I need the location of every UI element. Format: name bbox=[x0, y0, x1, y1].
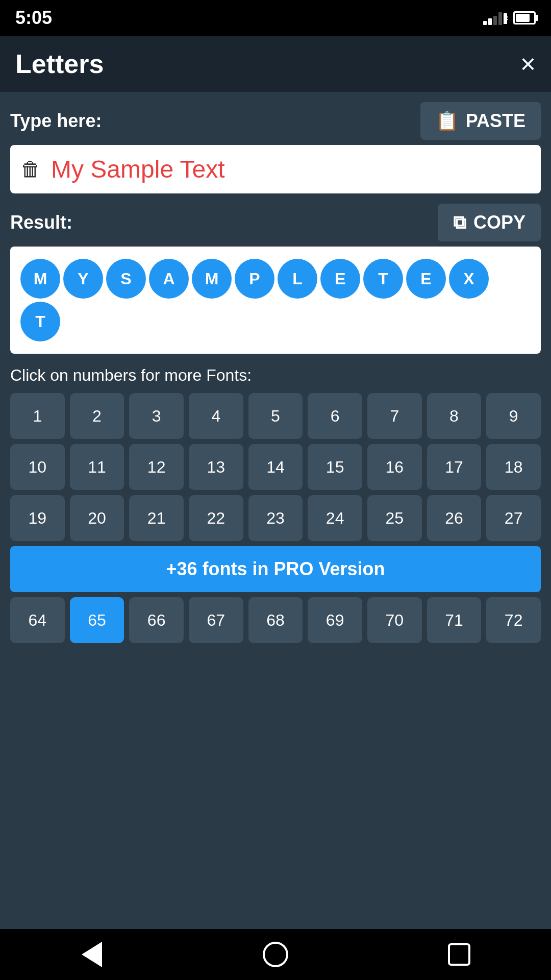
font-number-button[interactable]: 8 bbox=[427, 393, 482, 439]
trash-icon[interactable]: 🗑 bbox=[20, 158, 41, 181]
font-number-button[interactable]: 27 bbox=[486, 495, 541, 541]
type-label: Type here: bbox=[10, 110, 102, 132]
app-title: Letters bbox=[15, 48, 104, 79]
title-bar: Letters × bbox=[0, 36, 551, 92]
letter-bubble: Y bbox=[63, 259, 103, 299]
font-number-button[interactable]: 22 bbox=[189, 495, 243, 541]
letter-bubble: L bbox=[278, 259, 317, 299]
recents-icon bbox=[448, 943, 470, 966]
clipboard-icon: 📋 bbox=[436, 110, 459, 132]
status-bar: 5:05 × bbox=[0, 0, 551, 36]
input-container: 🗑 bbox=[10, 145, 541, 193]
font-number-button[interactable]: 69 bbox=[308, 597, 362, 643]
status-time: 5:05 bbox=[15, 7, 52, 29]
letter-bubble: M bbox=[20, 259, 60, 299]
letter-bubble: E bbox=[320, 259, 360, 299]
font-number-button[interactable]: 9 bbox=[486, 393, 541, 439]
signal-icon: × bbox=[483, 11, 507, 25]
font-number-button[interactable]: 68 bbox=[248, 597, 303, 643]
copy-button[interactable]: ⧉ COPY bbox=[438, 204, 541, 241]
font-number-button[interactable]: 10 bbox=[10, 444, 65, 490]
font-number-button[interactable]: 18 bbox=[486, 444, 541, 490]
font-number-button[interactable]: 5 bbox=[248, 393, 303, 439]
font-number-button[interactable]: 4 bbox=[189, 393, 243, 439]
letter-bubble: P bbox=[235, 259, 274, 299]
battery-icon bbox=[513, 11, 536, 24]
font-hint: Click on numbers for more Fonts: bbox=[10, 366, 541, 385]
result-section-header: Result: ⧉ COPY bbox=[10, 204, 541, 241]
text-input[interactable] bbox=[51, 155, 531, 183]
font-number-button[interactable]: 19 bbox=[10, 495, 65, 541]
font-number-button[interactable]: 71 bbox=[427, 597, 482, 643]
result-label: Result: bbox=[10, 212, 72, 233]
letter-bubble: E bbox=[406, 259, 446, 299]
main-content: Type here: 📋 PASTE 🗑 Result: ⧉ COPY MYSA… bbox=[0, 92, 551, 658]
font-number-grid-row1: 123456789 bbox=[10, 393, 541, 439]
font-number-button[interactable]: 3 bbox=[129, 393, 184, 439]
pro-number-grid: 646566676869707172 bbox=[10, 597, 541, 643]
font-number-button[interactable]: 7 bbox=[367, 393, 422, 439]
status-icons: × bbox=[483, 11, 536, 25]
font-number-button[interactable]: 12 bbox=[129, 444, 184, 490]
font-number-button[interactable]: 21 bbox=[129, 495, 184, 541]
letter-bubble: S bbox=[106, 259, 146, 299]
font-number-button[interactable]: 6 bbox=[308, 393, 362, 439]
font-number-button[interactable]: 14 bbox=[248, 444, 303, 490]
letter-bubble: T bbox=[20, 302, 60, 341]
letter-bubble: M bbox=[192, 259, 232, 299]
font-number-button[interactable]: 72 bbox=[486, 597, 541, 643]
font-number-button[interactable]: 25 bbox=[367, 495, 422, 541]
font-number-grid-row2: 101112131415161718 bbox=[10, 444, 541, 490]
font-number-button[interactable]: 65 bbox=[70, 597, 124, 643]
font-number-button[interactable]: 1 bbox=[10, 393, 65, 439]
letter-bubble: X bbox=[449, 259, 489, 299]
font-number-button[interactable]: 16 bbox=[367, 444, 422, 490]
result-container: MYSAMPLETEXT bbox=[10, 247, 541, 354]
copy-icon: ⧉ bbox=[453, 212, 466, 233]
font-number-button[interactable]: 67 bbox=[189, 597, 243, 643]
font-number-button[interactable]: 26 bbox=[427, 495, 482, 541]
back-icon bbox=[82, 942, 102, 967]
type-section-header: Type here: 📋 PASTE bbox=[10, 102, 541, 140]
back-button[interactable] bbox=[74, 937, 110, 972]
close-button[interactable]: × bbox=[520, 51, 536, 77]
pro-banner[interactable]: +36 fonts in PRO Version bbox=[10, 546, 541, 592]
home-icon bbox=[263, 942, 288, 967]
font-number-grid-row3: 192021222324252627 bbox=[10, 495, 541, 541]
home-button[interactable] bbox=[258, 937, 293, 972]
copy-label: COPY bbox=[473, 212, 525, 233]
paste-button[interactable]: 📋 PASTE bbox=[420, 102, 541, 140]
letter-bubble: A bbox=[149, 259, 189, 299]
letter-bubble: T bbox=[363, 259, 403, 299]
font-number-button[interactable]: 24 bbox=[308, 495, 362, 541]
bottom-nav bbox=[0, 929, 551, 980]
font-number-button[interactable]: 15 bbox=[308, 444, 362, 490]
font-number-button[interactable]: 20 bbox=[70, 495, 124, 541]
font-number-button[interactable]: 66 bbox=[129, 597, 184, 643]
font-number-button[interactable]: 13 bbox=[189, 444, 243, 490]
font-number-button[interactable]: 17 bbox=[427, 444, 482, 490]
font-number-button[interactable]: 2 bbox=[70, 393, 124, 439]
recents-button[interactable] bbox=[441, 937, 477, 972]
paste-label: PASTE bbox=[466, 110, 525, 132]
font-number-button[interactable]: 70 bbox=[367, 597, 422, 643]
font-number-button[interactable]: 64 bbox=[10, 597, 65, 643]
font-number-button[interactable]: 11 bbox=[70, 444, 124, 490]
font-number-button[interactable]: 23 bbox=[248, 495, 303, 541]
